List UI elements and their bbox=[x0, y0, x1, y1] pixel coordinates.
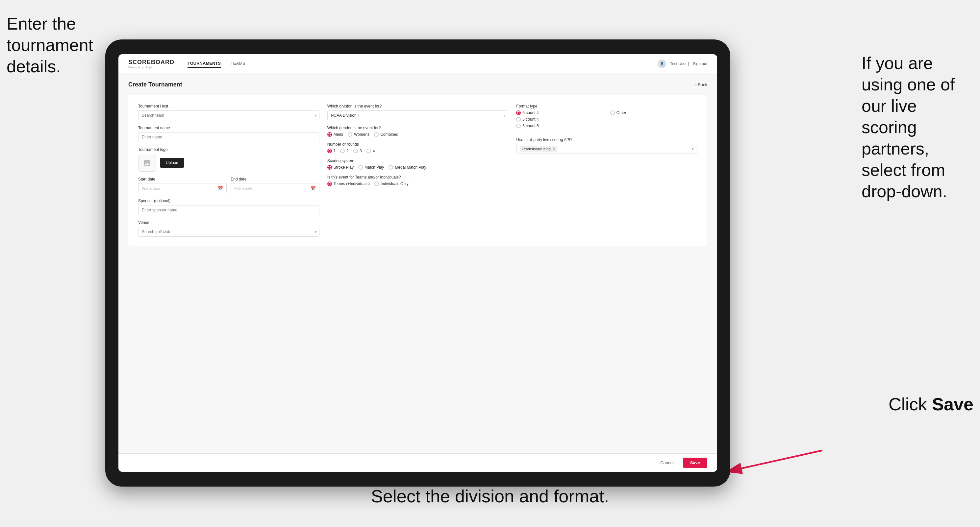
logo-placeholder bbox=[138, 154, 156, 171]
radio-individuals bbox=[374, 181, 379, 186]
form-grid: Tournament Host ▾ Tournament name Tourna… bbox=[128, 95, 707, 246]
format-6count4-label: 6 count 4 bbox=[522, 117, 539, 122]
format-5count4-label: 5 count 4 bbox=[522, 111, 539, 115]
radio-other bbox=[610, 111, 615, 115]
date-row: Start date Pick a date 📅 End date Pick a… bbox=[138, 177, 320, 193]
avatar: 👤 bbox=[658, 59, 666, 68]
format-6count5[interactable]: 6 count 5 bbox=[516, 124, 603, 128]
format-other[interactable]: Other bbox=[610, 111, 697, 115]
start-date-label: Start date bbox=[138, 177, 227, 181]
annotation-topright: If you are using one of our live scoring… bbox=[862, 52, 974, 202]
logo-main: SCOREBOARD bbox=[128, 59, 174, 66]
round-1[interactable]: 1 bbox=[327, 149, 336, 153]
event-for-label: Is this event for Teams and/or Individua… bbox=[327, 175, 509, 179]
venue-input[interactable] bbox=[138, 227, 320, 237]
api-input[interactable]: Leaderboard King ✕ ▾ bbox=[516, 144, 697, 154]
format-6count4[interactable]: 6 count 4 bbox=[516, 117, 603, 122]
api-label: Use third-party live scoring API? bbox=[516, 137, 697, 142]
tab-tournaments[interactable]: TOURNAMENTS bbox=[188, 59, 221, 68]
venue-group: Venue ▾ bbox=[138, 220, 320, 237]
scoring-group: Scoring system Stroke Play Match Play bbox=[327, 159, 509, 170]
radio-teams bbox=[327, 181, 332, 186]
format-6count5-label: 6 count 5 bbox=[522, 124, 539, 128]
format-5count4[interactable]: 5 count 4 bbox=[516, 111, 603, 115]
scoring-medal-match[interactable]: Medal Match Play bbox=[388, 165, 426, 170]
back-link[interactable]: Back bbox=[695, 82, 707, 87]
round-3[interactable]: 3 bbox=[353, 149, 362, 153]
logo: SCOREBOARD Powered by clippit bbox=[128, 59, 174, 69]
round-4[interactable]: 4 bbox=[366, 149, 375, 153]
scoring-label: Scoring system bbox=[327, 159, 509, 163]
tournament-host-label: Tournament Host bbox=[138, 104, 320, 108]
gender-mens[interactable]: Mens bbox=[327, 132, 343, 137]
radio-combined-circle bbox=[374, 132, 379, 137]
logo-upload-area: Upload bbox=[138, 154, 320, 171]
signout-link[interactable]: Sign out bbox=[693, 62, 707, 66]
calendar-icon-start: 📅 bbox=[218, 186, 223, 190]
tournament-host-input[interactable] bbox=[138, 111, 320, 120]
radio-round3 bbox=[353, 149, 358, 153]
division-group: Which division is the event for? NCAA Di… bbox=[327, 104, 509, 120]
event-individuals[interactable]: Individuals Only bbox=[374, 181, 409, 186]
tournament-name-input[interactable] bbox=[138, 132, 320, 142]
gender-combined[interactable]: Combined bbox=[374, 132, 398, 137]
venue-input-wrap: ▾ bbox=[138, 227, 320, 237]
start-date-placeholder: Pick a date bbox=[142, 186, 159, 190]
navbar-right: 👤 Test User | Sign out bbox=[658, 59, 707, 68]
api-group: Use third-party live scoring API? Leader… bbox=[516, 137, 697, 154]
format-radio-grid: 5 count 4 Other 6 count 4 bbox=[516, 111, 697, 128]
radio-match bbox=[358, 165, 363, 170]
tournament-name-group: Tournament name bbox=[138, 125, 320, 142]
end-date-group: End date Pick a date 📅 bbox=[231, 177, 319, 193]
upload-button[interactable]: Upload bbox=[160, 158, 184, 168]
rounds-radio-group: 1 2 3 4 bbox=[327, 149, 509, 153]
gender-group: Which gender is the event for? Mens Wome… bbox=[327, 125, 509, 137]
end-date-label: End date bbox=[231, 177, 319, 181]
round-2[interactable]: 2 bbox=[340, 149, 349, 153]
annotation-topleft: Enter the tournament details. bbox=[6, 13, 99, 77]
format-type-group: Format type 5 count 4 Other bbox=[516, 104, 697, 132]
radio-womens-circle bbox=[348, 132, 352, 137]
page-header: Create Tournament Back bbox=[128, 81, 707, 88]
format-other-label: Other bbox=[616, 111, 626, 115]
tablet-device: SCOREBOARD Powered by clippit TOURNAMENT… bbox=[105, 40, 730, 487]
user-name: Test User | bbox=[670, 62, 689, 66]
calendar-icon-end: 📅 bbox=[310, 186, 316, 190]
gender-radio-group: Mens Womens Combined bbox=[327, 132, 509, 137]
event-individuals-label: Individuals Only bbox=[380, 181, 409, 186]
scoring-match[interactable]: Match Play bbox=[358, 165, 384, 170]
tournament-logo-group: Tournament logo Upload bbox=[138, 147, 320, 171]
scoring-medal-match-label: Medal Match Play bbox=[395, 165, 426, 170]
scoring-stroke-label: Stroke Play bbox=[334, 165, 354, 170]
end-date-input[interactable]: Pick a date 📅 bbox=[231, 183, 319, 193]
tournament-host-input-wrap: ▾ bbox=[138, 111, 320, 120]
gender-mens-label: Mens bbox=[334, 132, 343, 137]
start-date-input[interactable]: Pick a date 📅 bbox=[138, 183, 227, 193]
event-for-radio-group: Teams (+Individuals) Individuals Only bbox=[327, 181, 509, 186]
radio-stroke bbox=[327, 165, 332, 170]
cancel-button[interactable]: Cancel bbox=[655, 458, 679, 468]
page-title: Create Tournament bbox=[128, 81, 182, 88]
radio-round2 bbox=[340, 149, 345, 153]
click-save-bold: Save bbox=[932, 394, 974, 414]
navbar-tabs: TOURNAMENTS TEAMS bbox=[188, 59, 658, 68]
save-button[interactable]: Save bbox=[683, 458, 707, 468]
chevron-down-icon-api: ▾ bbox=[692, 147, 694, 151]
sponsor-input[interactable] bbox=[138, 205, 320, 215]
api-clear-icon[interactable]: ✕ bbox=[552, 147, 555, 151]
api-value: Leaderboard King bbox=[522, 147, 550, 151]
round-2-label: 2 bbox=[347, 149, 349, 153]
tab-teams[interactable]: TEAMS bbox=[231, 59, 245, 68]
event-teams[interactable]: Teams (+Individuals) bbox=[327, 181, 370, 186]
gender-womens-label: Womens bbox=[354, 132, 369, 137]
scoring-stroke[interactable]: Stroke Play bbox=[327, 165, 354, 170]
annotation-clicksave: Click Save bbox=[889, 393, 974, 416]
sponsor-group: Sponsor (optional) bbox=[138, 198, 320, 215]
tournament-host-group: Tournament Host ▾ bbox=[138, 104, 320, 120]
gender-womens[interactable]: Womens bbox=[348, 132, 369, 137]
division-select[interactable]: NCAA Division I bbox=[327, 111, 509, 120]
rounds-group: Number of rounds 1 2 bbox=[327, 142, 509, 153]
event-teams-label: Teams (+Individuals) bbox=[334, 181, 370, 186]
api-tag: Leaderboard King ✕ bbox=[520, 146, 557, 152]
round-4-label: 4 bbox=[373, 149, 375, 153]
